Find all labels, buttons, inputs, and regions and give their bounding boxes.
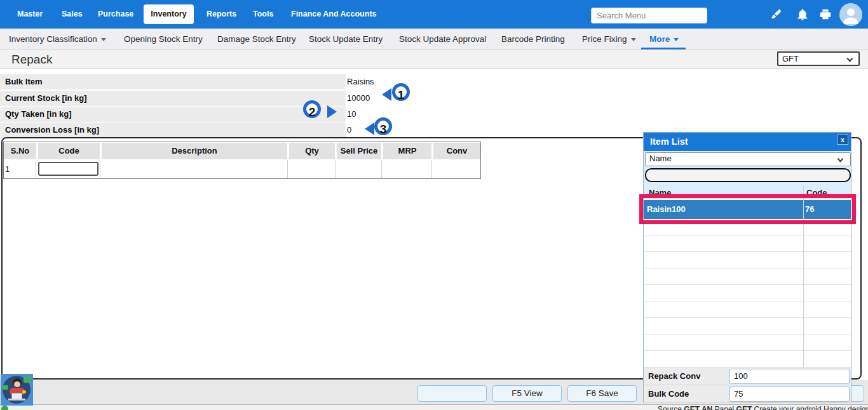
chat-person-face	[14, 381, 20, 387]
chevron-down-icon	[837, 156, 844, 162]
subnav-label: Price Fixing	[582, 34, 627, 44]
chat-support-icon[interactable]	[1, 374, 33, 406]
f5-view-button[interactable]: F5 View	[492, 385, 562, 402]
search-menu-input[interactable]	[591, 8, 707, 23]
user-avatar[interactable]	[839, 3, 862, 26]
f6-save-button[interactable]: F6 Save	[567, 385, 637, 402]
bulk-code-label: Bulk Code	[644, 385, 728, 403]
chat-bubble-icon	[24, 377, 31, 383]
menu-master[interactable]: Master	[17, 0, 43, 29]
person-icon	[839, 3, 862, 26]
item-list-empty-row[interactable]	[644, 334, 851, 351]
callout-3: 3	[374, 117, 392, 135]
table-cell-divider	[288, 160, 336, 178]
col-header-sno: S.No	[4, 143, 36, 159]
item-list-filter-select[interactable]: Name	[645, 152, 851, 166]
callout-3-pointer	[365, 122, 374, 135]
chevron-down-icon	[631, 38, 636, 41]
table-cell-divider	[383, 160, 432, 178]
subnav-label: Inventory Classification	[9, 34, 97, 44]
col-header-sell-price: Sell Price	[337, 143, 381, 159]
repack-conv-value[interactable]: 100	[729, 369, 850, 384]
item-list-search-input[interactable]	[645, 168, 851, 182]
bulk-item-value[interactable]: Raisins	[347, 74, 374, 89]
inventory-subnav: Inventory Classification Opening Stock E…	[0, 29, 868, 50]
subnav-inventory-classification[interactable]: Inventory Classification	[9, 29, 106, 50]
subnav-stock-update-entry[interactable]: Stock Update Entry	[309, 29, 383, 50]
row1-code-input[interactable]	[38, 162, 98, 176]
callout-2-pointer	[327, 105, 337, 118]
subnav-more[interactable]: More	[649, 29, 679, 50]
conversion-loss-label: Conversion Loss [in kg]	[0, 122, 346, 138]
chat-bubble-icon	[3, 385, 8, 390]
status-part: Source	[658, 405, 684, 410]
conversion-loss-value[interactable]: 0	[347, 122, 351, 138]
subnav-barcode-printing[interactable]: Barcode Printing	[501, 29, 565, 50]
menu-tools[interactable]: Tools	[253, 0, 273, 29]
active-tab-underline	[641, 48, 686, 50]
page-title: Repack	[11, 50, 52, 69]
menu-sales[interactable]: Sales	[62, 0, 83, 29]
top-menu-bar: Master Sales Purchase Inventory Reports …	[0, 0, 868, 29]
subnav-price-fixing[interactable]: Price Fixing	[582, 29, 636, 50]
callout-1-pointer	[382, 88, 391, 101]
chat-laptop-base	[8, 399, 25, 400]
filter-select-value: Name	[649, 154, 672, 163]
status-part: GET AN	[684, 405, 712, 410]
row1-sno: 1	[5, 160, 10, 178]
printer-icon[interactable]	[818, 8, 832, 22]
item-list-empty-row[interactable]	[644, 268, 851, 285]
status-part: Panel	[712, 405, 736, 410]
branch-select[interactable]: GFT	[777, 51, 860, 66]
item-list-popup: Item List x Name Name Code Raisin100 76 …	[643, 132, 851, 402]
item-list-title: Item List	[650, 133, 688, 151]
chevron-down-icon	[101, 38, 106, 41]
col-header-mrp: MRP	[383, 143, 431, 159]
item-list-empty-row[interactable]	[644, 252, 851, 268]
current-stock-label: Current Stock [in kg]	[0, 91, 346, 106]
connection-status-icon	[1, 406, 8, 410]
chat-bubble-icon	[22, 390, 26, 393]
current-stock-value: 10000	[347, 91, 370, 106]
col-header-description: Description	[102, 143, 287, 159]
col-header-conv: Conv	[433, 143, 480, 159]
callout-1: 1	[392, 83, 410, 101]
table-cell-divider	[336, 160, 382, 178]
item-list-empty-row[interactable]	[644, 318, 851, 334]
col-header-code: Code	[38, 143, 100, 159]
status-part: Create your android Happy design	[752, 405, 868, 410]
subnav-stock-update-approval[interactable]: Stock Update Approval	[399, 29, 486, 50]
status-bar: Source GET AN Panel GET Create your andr…	[0, 404, 868, 410]
table-cell-divider	[101, 160, 288, 178]
callout-2: 2	[303, 100, 321, 118]
bulk-item-label: Bulk Item	[0, 74, 346, 89]
qty-taken-label: Qty Taken [in kg]	[0, 107, 346, 122]
item-list-empty-row[interactable]	[644, 351, 851, 367]
chevron-down-icon	[847, 56, 853, 62]
menu-purchase[interactable]: Purchase	[98, 0, 133, 29]
repack-conv-label: Repack Conv	[644, 367, 728, 385]
col-header-qty: Qty	[289, 143, 335, 159]
item-list-empty-row[interactable]	[644, 285, 851, 301]
page-title-band: Repack	[0, 50, 868, 69]
item-list-empty-row[interactable]	[644, 301, 851, 318]
menu-inventory-active[interactable]: Inventory	[144, 4, 194, 24]
status-part: GET	[736, 405, 752, 410]
status-ticker-text: Source GET AN Panel GET Create your andr…	[658, 405, 868, 410]
menu-reports[interactable]: Reports	[207, 0, 236, 29]
repack-screen: Master Sales Purchase Inventory Reports …	[0, 0, 868, 410]
item-list-titlebar[interactable]: Item List x	[644, 133, 851, 151]
close-icon[interactable]: x	[837, 135, 848, 145]
highlight-annotation-rect	[639, 194, 856, 224]
item-list-empty-row[interactable]	[644, 235, 851, 252]
bulk-code-value[interactable]: 75	[729, 387, 850, 402]
subnav-opening-stock-entry[interactable]: Opening Stock Entry	[124, 29, 203, 50]
subnav-label: More	[649, 34, 670, 44]
footer-blank-button[interactable]	[417, 385, 487, 402]
subnav-damage-stock-entry[interactable]: Damage Stock Entry	[217, 29, 296, 50]
qty-taken-value[interactable]: 10	[347, 107, 356, 122]
theme-brush-icon[interactable]	[769, 8, 783, 22]
menu-finance-and-accounts[interactable]: Finance And Accounts	[291, 0, 377, 29]
chevron-down-icon	[674, 38, 679, 41]
notifications-bell-icon[interactable]	[796, 8, 810, 22]
